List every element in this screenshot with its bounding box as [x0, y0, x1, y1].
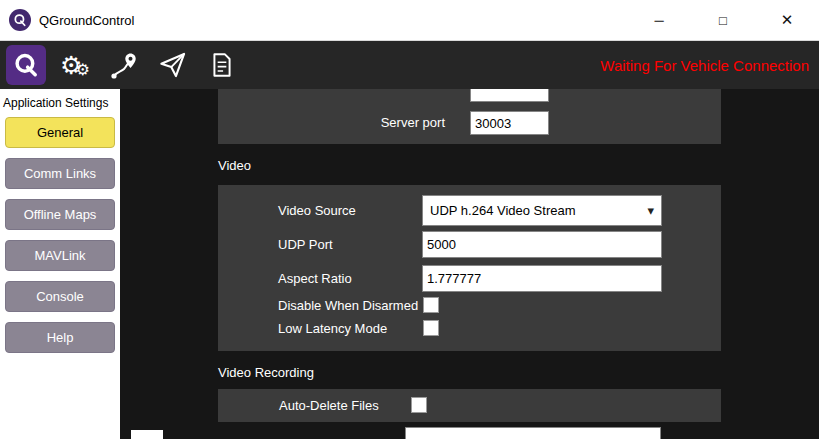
- partial-input-above-server-port[interactable]: [470, 89, 549, 102]
- server-port-input[interactable]: [470, 111, 549, 135]
- video-source-dropdown[interactable]: UDP h.264 Video Stream ▾: [422, 195, 662, 226]
- nmea-gps-panel: Server port: [218, 89, 721, 144]
- plan-button[interactable]: [104, 45, 144, 85]
- video-source-label: Video Source: [278, 203, 356, 218]
- video-section-title: Video: [218, 158, 251, 173]
- toolbar-icons: ⚙⚙: [0, 45, 242, 85]
- chevron-down-icon: ▾: [647, 203, 654, 218]
- title-bar: QGroundControl ─ □ ✕: [0, 0, 819, 41]
- maximize-button[interactable]: □: [691, 0, 755, 40]
- title-bar-left: QGroundControl: [0, 9, 627, 31]
- auto-delete-files-checkbox[interactable]: [411, 397, 427, 413]
- udp-port-label: UDP Port: [278, 237, 333, 252]
- sidebar-item-general[interactable]: General: [5, 117, 115, 148]
- sidebar-item-comm-links[interactable]: Comm Links: [5, 158, 115, 189]
- general-settings-content: Server port Video Video Source UDP h.264…: [120, 89, 819, 439]
- video-source-value: UDP h.264 Video Stream: [430, 203, 576, 218]
- vehicle-setup-button[interactable]: ⚙⚙: [55, 45, 95, 85]
- window-body: Application Settings General Comm Links …: [0, 89, 819, 439]
- sidebar-item-offline-maps[interactable]: Offline Maps: [5, 199, 115, 230]
- gears-icon: ⚙⚙: [60, 53, 90, 78]
- disable-when-disarmed-checkbox[interactable]: [423, 297, 439, 313]
- minimize-button[interactable]: ─: [627, 0, 691, 40]
- window-controls: ─ □ ✕: [627, 0, 819, 40]
- low-latency-mode-label: Low Latency Mode: [278, 321, 387, 336]
- auto-delete-files-label: Auto-Delete Files: [279, 398, 379, 413]
- partial-input-bottom[interactable]: [405, 427, 661, 439]
- video-recording-panel: Auto-Delete Files: [218, 389, 721, 422]
- sidebar-header: Application Settings: [0, 89, 120, 117]
- paper-plane-icon: [159, 51, 187, 79]
- aspect-ratio-label: Aspect Ratio: [278, 271, 352, 286]
- aspect-ratio-input[interactable]: [422, 265, 662, 292]
- qgc-app-icon: [9, 9, 31, 31]
- video-settings-panel: Video Source UDP h.264 Video Stream ▾ UD…: [218, 185, 721, 351]
- document-checklist-icon: [209, 52, 235, 78]
- sidebar-item-console[interactable]: Console: [5, 281, 115, 312]
- window-title: QGroundControl: [39, 13, 134, 28]
- qgc-logo-icon: [13, 52, 39, 78]
- waypoint-pin-icon: [110, 51, 138, 79]
- disable-when-disarmed-label: Disable When Disarmed: [278, 298, 418, 313]
- vehicle-connection-status: Waiting For Vehicle Connection: [600, 57, 819, 74]
- sidebar-item-mavlink[interactable]: MAVLink: [5, 240, 115, 271]
- video-recording-section-title: Video Recording: [218, 365, 314, 380]
- low-latency-mode-checkbox[interactable]: [423, 320, 439, 336]
- qgc-home-button[interactable]: [6, 45, 46, 85]
- close-button[interactable]: ✕: [755, 0, 819, 40]
- server-port-label: Server port: [218, 115, 445, 130]
- udp-port-input[interactable]: [422, 231, 662, 258]
- fly-button[interactable]: [153, 45, 193, 85]
- qgc-logo-glyph: [13, 13, 27, 27]
- settings-sidebar: Application Settings General Comm Links …: [0, 89, 120, 439]
- sidebar-item-help[interactable]: Help: [5, 322, 115, 353]
- qgroundcontrol-window: QGroundControl ─ □ ✕ ⚙⚙: [0, 0, 819, 439]
- analyze-button[interactable]: [202, 45, 242, 85]
- partial-element-bottom-left: [131, 430, 163, 439]
- main-toolbar: ⚙⚙: [0, 41, 819, 89]
